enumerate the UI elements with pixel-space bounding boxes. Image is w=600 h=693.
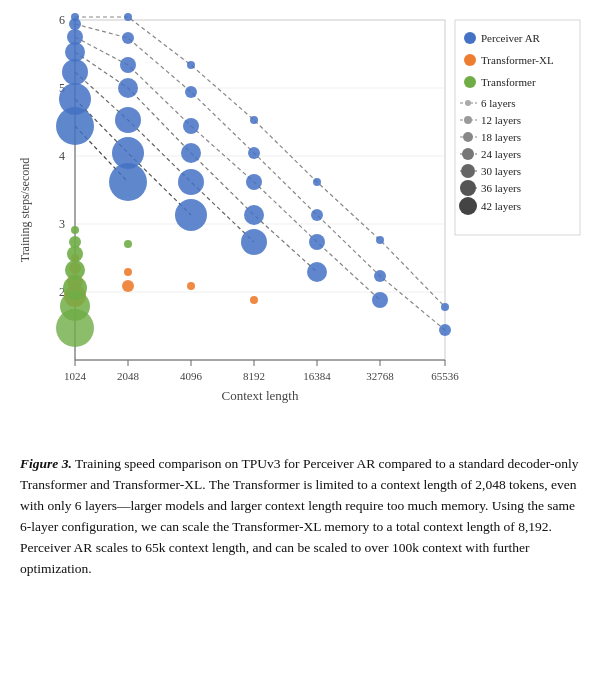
svg-text:30 layers: 30 layers bbox=[481, 165, 521, 177]
svg-point-55 bbox=[178, 169, 204, 195]
svg-point-86 bbox=[465, 100, 471, 106]
svg-point-47 bbox=[372, 292, 388, 308]
svg-point-71 bbox=[124, 240, 132, 248]
svg-point-64 bbox=[187, 282, 195, 290]
svg-point-104 bbox=[459, 197, 477, 215]
svg-point-67 bbox=[122, 280, 134, 292]
svg-point-36 bbox=[122, 32, 134, 44]
svg-point-56 bbox=[241, 229, 267, 255]
svg-point-70 bbox=[71, 226, 79, 234]
svg-text:18 layers: 18 layers bbox=[481, 131, 521, 143]
svg-point-41 bbox=[439, 324, 451, 336]
svg-point-65 bbox=[250, 296, 258, 304]
svg-point-53 bbox=[62, 59, 88, 85]
svg-point-98 bbox=[461, 164, 475, 178]
svg-text:Training steps/second: Training steps/second bbox=[18, 158, 32, 263]
svg-point-37 bbox=[185, 86, 197, 98]
svg-text:24 layers: 24 layers bbox=[481, 148, 521, 160]
svg-text:42 layers: 42 layers bbox=[481, 200, 521, 212]
svg-point-61 bbox=[109, 163, 147, 201]
svg-point-31 bbox=[250, 116, 258, 124]
chart-area: 2 3 4 5 6 Training steps/second 1024 204… bbox=[15, 10, 585, 440]
svg-text:16384: 16384 bbox=[303, 370, 331, 382]
svg-point-29 bbox=[124, 13, 132, 21]
svg-point-73 bbox=[67, 246, 83, 262]
svg-point-45 bbox=[246, 174, 262, 190]
svg-text:6: 6 bbox=[59, 13, 65, 27]
svg-point-77 bbox=[56, 309, 94, 347]
caption-label: Figure 3. bbox=[20, 456, 72, 471]
figure-caption: Figure 3. Training speed comparison on T… bbox=[15, 454, 585, 580]
svg-point-59 bbox=[175, 199, 207, 231]
svg-point-92 bbox=[463, 132, 473, 142]
svg-text:3: 3 bbox=[59, 217, 65, 231]
svg-point-43 bbox=[120, 57, 136, 73]
svg-point-30 bbox=[187, 61, 195, 69]
caption-text: Training speed comparison on TPUv3 for P… bbox=[20, 456, 579, 576]
svg-point-44 bbox=[183, 118, 199, 134]
svg-point-81 bbox=[464, 54, 476, 66]
svg-point-46 bbox=[309, 234, 325, 250]
svg-point-49 bbox=[118, 78, 138, 98]
svg-point-39 bbox=[311, 209, 323, 221]
svg-point-32 bbox=[313, 178, 321, 186]
svg-text:12 layers: 12 layers bbox=[481, 114, 521, 126]
svg-point-79 bbox=[464, 32, 476, 44]
svg-point-38 bbox=[248, 147, 260, 159]
svg-text:1024: 1024 bbox=[64, 370, 87, 382]
svg-text:4: 4 bbox=[59, 149, 65, 163]
svg-text:65536: 65536 bbox=[431, 370, 459, 382]
svg-point-95 bbox=[462, 148, 474, 160]
svg-point-101 bbox=[460, 180, 476, 196]
svg-point-34 bbox=[441, 303, 449, 311]
svg-point-33 bbox=[376, 236, 384, 244]
svg-point-52 bbox=[307, 262, 327, 282]
svg-text:6 layers: 6 layers bbox=[481, 97, 516, 109]
chart-svg: 2 3 4 5 6 Training steps/second 1024 204… bbox=[15, 10, 585, 440]
svg-point-63 bbox=[124, 268, 132, 276]
svg-point-51 bbox=[244, 205, 264, 225]
svg-point-40 bbox=[374, 270, 386, 282]
svg-point-35 bbox=[69, 18, 81, 30]
svg-text:32768: 32768 bbox=[366, 370, 394, 382]
svg-point-83 bbox=[464, 76, 476, 88]
svg-text:2048: 2048 bbox=[117, 370, 140, 382]
svg-text:8192: 8192 bbox=[243, 370, 265, 382]
svg-point-89 bbox=[464, 116, 472, 124]
svg-point-60 bbox=[56, 107, 94, 145]
svg-text:36 layers: 36 layers bbox=[481, 182, 521, 194]
svg-text:Transformer-XL: Transformer-XL bbox=[481, 54, 554, 66]
svg-point-50 bbox=[181, 143, 201, 163]
svg-text:4096: 4096 bbox=[180, 370, 203, 382]
svg-text:Context length: Context length bbox=[222, 388, 299, 403]
svg-text:Transformer: Transformer bbox=[481, 76, 536, 88]
svg-point-54 bbox=[115, 107, 141, 133]
svg-text:Perceiver AR: Perceiver AR bbox=[481, 32, 541, 44]
